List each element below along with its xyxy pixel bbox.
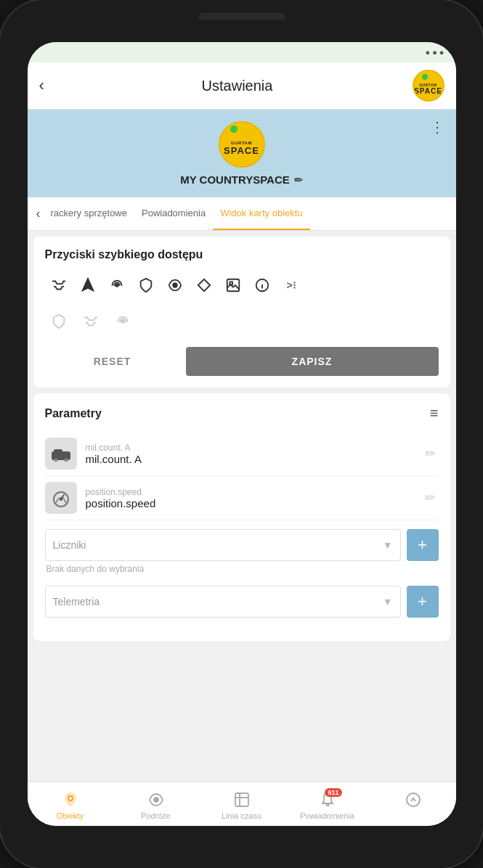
svg-point-19 [154,798,158,802]
quick-icon-more[interactable]: >⁝ [277,271,305,299]
selected-icon-signal[interactable] [109,308,137,335]
quick-icon-track[interactable] [161,271,189,299]
parameters-title: Parametry [45,407,102,420]
quick-icon-diamond[interactable] [190,271,218,299]
param-icon-milcount [45,438,77,470]
quick-access-section: Przyciski szybkiego dostępu [33,237,450,388]
selected-icon-route[interactable] [77,308,105,335]
main-scroll[interactable]: ⋮ GURTAM SPACE MY COUNTRYSPACE ✏ ‹ racke… [28,110,456,782]
tabs-container: ‹ rackery sprzętowe Powiadomienia Widok … [28,197,456,231]
phone-frame: ● ● ● ‹ Ustawienia GURTAM SPACE ⋮ GURTAM [0,0,483,868]
status-bar: ● ● ● [28,42,456,62]
quick-icon-shield[interactable] [132,271,160,299]
svg-point-16 [60,498,62,501]
telemetria-select[interactable]: Telemetria ▼ [45,586,401,618]
param-label-speed: position.speed [86,487,422,497]
tab-hardware[interactable]: rackery sprzętowe [44,197,134,230]
telemetria-row: Telemetria ▼ + [45,586,439,618]
param-item-speed: position.speed position.speed ✏ [45,476,439,520]
back-button[interactable]: ‹ [39,76,62,95]
quick-icons-available-row: >⁝ [45,271,439,299]
profile-menu-button[interactable]: ⋮ [430,118,445,136]
telemetria-add-button[interactable]: + [407,586,439,618]
nav-item-notifications[interactable]: 611 Powiadomienia [285,788,370,823]
quick-icon-route[interactable] [45,271,73,299]
param-edit-milcount[interactable]: ✏ [422,443,439,464]
edit-profile-button[interactable]: ✏ [294,174,303,186]
quick-icons-selected-row [45,308,439,335]
phone-screen: ● ● ● ‹ Ustawienia GURTAM SPACE ⋮ GURTAM [28,42,456,826]
telemetria-arrow-icon: ▼ [383,596,393,607]
svg-point-2 [173,283,177,287]
param-icon-speed [45,482,77,514]
page-title: Ustawienia [62,78,413,94]
parameters-section: Parametry ≡ mil.count. A [33,393,450,641]
profile-avatar[interactable]: GURTAM SPACE [219,121,265,168]
svg-point-9 [121,320,124,323]
app-header: ‹ Ustawienia GURTAM SPACE [28,62,456,110]
svg-rect-11 [54,449,62,453]
filter-icon[interactable]: ≡ [430,405,439,422]
telemetria-placeholder: Telemetria [53,596,100,607]
nav-label-timeline: Linia czasu [222,811,261,820]
quick-icon-info[interactable] [248,271,276,299]
tabs-back-button[interactable]: ‹ [33,197,44,230]
liczniki-row: Liczniki ▼ + [45,529,439,561]
param-info-milcount: mil.count. A mil.count. A [86,443,422,465]
nav-label-trips: Podróże [141,811,171,820]
notifications-badge: 611 [325,788,341,797]
selected-icon-shield[interactable] [45,308,73,335]
svg-marker-0 [82,279,93,291]
parameters-header: Parametry ≡ [45,405,439,422]
param-value-speed: position.speed [86,497,422,509]
quick-access-buttons: RESET ZAPISZ [45,347,439,376]
quick-icon-gallery[interactable] [219,271,247,299]
param-item-milcount: mil.count. A mil.count. A ✏ [45,432,439,476]
nav-item-trips[interactable]: Podróże [113,788,199,823]
quick-icon-signal[interactable] [103,271,131,299]
svg-rect-20 [235,793,248,806]
profile-name: MY COUNTRYSPACE ✏ [180,173,303,186]
nav-item-scroll-top[interactable] [370,788,456,823]
tab-card-view[interactable]: Widok karty obiektu [213,197,309,230]
quick-access-title: Przyciski szybkiego dostępu [45,248,439,261]
param-info-speed: position.speed position.speed [86,487,422,509]
save-button[interactable]: ZAPISZ [186,347,439,376]
nav-label-notifications: Powiadomienia [300,811,354,820]
svg-point-18 [69,797,72,800]
liczniki-no-data: Brak danych do wybrania [46,564,439,574]
param-value-milcount: mil.count. A [86,453,422,465]
liczniki-add-button[interactable]: + [407,529,439,561]
nav-item-timeline[interactable]: Linia czasu [199,788,285,823]
liczniki-select[interactable]: Liczniki ▼ [45,529,401,561]
svg-point-8 [261,282,262,282]
header-logo[interactable]: GURTAM SPACE [413,70,445,102]
bottom-nav: Obiekty Podróże [28,782,456,826]
svg-point-23 [407,793,420,806]
reset-button[interactable]: RESET [45,347,180,376]
nav-label-objects: Obiekty [57,811,84,820]
svg-marker-3 [198,279,210,292]
quick-icon-navigate[interactable] [74,271,102,299]
liczniki-placeholder: Liczniki [53,539,86,551]
param-edit-speed[interactable]: ✏ [422,487,439,509]
svg-point-1 [115,284,118,287]
liczniki-arrow-icon: ▼ [383,539,393,551]
profile-section: ⋮ GURTAM SPACE MY COUNTRYSPACE ✏ [28,110,456,197]
nav-item-objects[interactable]: Obiekty [28,788,113,823]
tab-notifications[interactable]: Powiadomienia [134,197,213,230]
param-label-milcount: mil.count. A [86,443,422,453]
